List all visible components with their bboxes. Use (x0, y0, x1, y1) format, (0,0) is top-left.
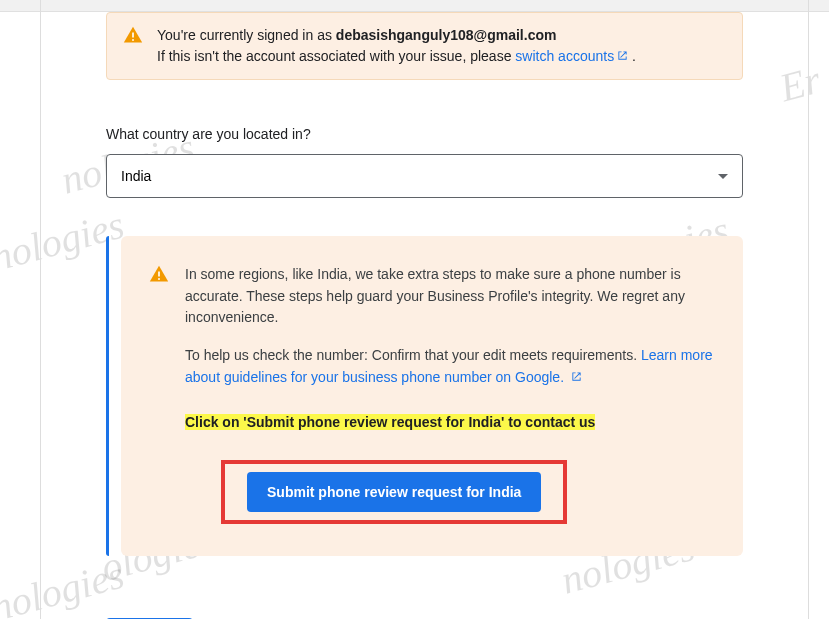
external-link-icon (571, 367, 582, 378)
country-selected-value: India (121, 168, 151, 184)
instruction-highlight: Click on 'Submit phone review request fo… (185, 414, 595, 430)
info-paragraph-1: In some regions, like India, we take ext… (185, 264, 715, 329)
country-question: What country are you located in? (106, 126, 743, 142)
info-panel: In some regions, like India, we take ext… (121, 236, 743, 556)
signin-prefix: You're currently signed in as (157, 27, 336, 43)
svg-rect-0 (132, 33, 134, 38)
signin-banner: You're currently signed in as debasishga… (106, 12, 743, 80)
warning-icon (123, 25, 143, 49)
signin-note: If this isn't the account associated wit… (157, 48, 515, 64)
svg-rect-2 (158, 272, 160, 277)
warning-icon (149, 264, 169, 288)
svg-rect-1 (132, 39, 134, 41)
country-select[interactable]: India (106, 154, 743, 198)
info-paragraph-2a: To help us check the number: Confirm tha… (185, 347, 641, 363)
chevron-down-icon (718, 174, 728, 179)
external-link-icon (617, 46, 628, 57)
highlighted-action-box: Submit phone review request for India (221, 460, 567, 524)
submit-phone-review-button[interactable]: Submit phone review request for India (247, 472, 541, 512)
signin-email: debasishganguly108@gmail.com (336, 27, 557, 43)
svg-rect-3 (158, 278, 160, 280)
switch-accounts-link[interactable]: switch accounts (515, 48, 628, 64)
